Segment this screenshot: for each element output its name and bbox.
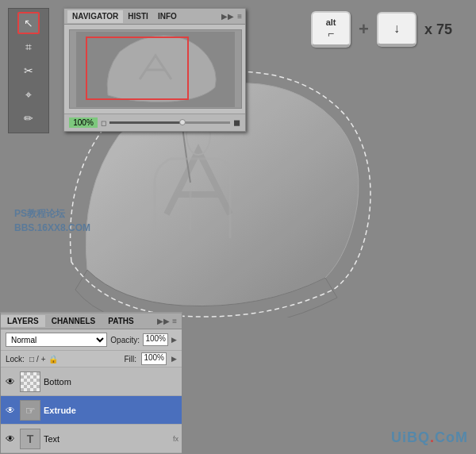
nav-red-box xyxy=(86,37,189,100)
layer-name-text: Text xyxy=(44,434,170,444)
tab-paths[interactable]: PATHS xyxy=(102,315,140,327)
multiplier-text: x 75 xyxy=(424,21,452,38)
tab-histi[interactable]: HISTI xyxy=(123,10,153,22)
move-tool[interactable]: ↖ xyxy=(17,12,40,34)
layers-blend-row: Normal Opacity: 100% ▶ xyxy=(1,329,182,351)
fill-value[interactable]: 100% xyxy=(141,352,167,365)
lasso-tool[interactable]: ⌗ xyxy=(17,36,40,58)
arrow-down-key: ↓ xyxy=(377,12,416,47)
uibq-text: UiBQ.CoM xyxy=(391,429,468,445)
table-row[interactable]: 👁 ☞ Extrude xyxy=(1,396,182,425)
lock-transparent-icon[interactable]: □ xyxy=(29,355,34,364)
heal-tool[interactable]: ⌖ xyxy=(17,83,40,106)
layers-list: 👁 Bottom 👁 ☞ Extrude 👁 xyxy=(1,367,182,453)
zoom-slider[interactable] xyxy=(109,121,230,124)
eye-icon: 👁 xyxy=(6,433,15,444)
alt-key: alt ⌐ xyxy=(311,11,351,48)
layer-visibility-bottom[interactable]: 👁 xyxy=(4,375,17,388)
crop-tool[interactable]: ✂ xyxy=(17,60,40,82)
text-type-icon: T xyxy=(21,429,40,448)
watermark: PS教程论坛 BBS.16XX8.COM xyxy=(14,206,90,235)
lock-icons: □ / + 🔒 xyxy=(29,355,58,364)
lock-pixels-icon[interactable]: / xyxy=(36,355,39,364)
opacity-label: Opacity: xyxy=(110,336,140,344)
paint-tool[interactable]: ✏ xyxy=(17,107,40,129)
layer-thumb-bottom xyxy=(20,371,40,392)
uibq-watermark: UiBQ.CoM xyxy=(391,429,468,446)
navigator-footer: 100% ◻ ◼ xyxy=(64,114,245,131)
layer-name-bottom: Bottom xyxy=(44,377,178,387)
alt-symbol: ⌐ xyxy=(328,27,334,40)
toolbar: ↖ ⌗ ✂ ⌖ ✏ xyxy=(8,8,49,133)
opacity-arrow-icon[interactable]: ▶ xyxy=(171,336,177,344)
layer-thumb-extrude: ☞ xyxy=(20,400,40,421)
checker-pattern xyxy=(21,372,40,391)
lock-position-icon[interactable]: + xyxy=(41,355,46,364)
tab-layers[interactable]: LAYERS xyxy=(1,315,45,327)
fill-label: Fill: xyxy=(124,355,136,364)
layers-lock-row: Lock: □ / + 🔒 Fill: 100% ▶ xyxy=(1,351,182,367)
nav-preview xyxy=(69,29,242,109)
table-row[interactable]: 👁 T Text fx xyxy=(1,425,182,453)
canvas-area: PS教程论坛 BBS.16XX8.COM ↖ ⌗ ✂ ⌖ ✏ NAVIGATOR… xyxy=(0,0,476,454)
nav-more-icon[interactable]: ▶▶ xyxy=(221,12,234,21)
lock-label: Lock: xyxy=(6,355,25,364)
tab-channels[interactable]: CHANNELS xyxy=(45,315,102,327)
plus-sign: + xyxy=(359,19,369,40)
tab-navigator[interactable]: NAVIGATOR xyxy=(67,10,123,23)
layers-panel: LAYERS CHANNELS PATHS ▶▶ ≡ Normal Opacit… xyxy=(0,312,182,454)
layer-visibility-text[interactable]: 👁 xyxy=(4,433,17,445)
navigator-tabs: NAVIGATOR HISTI INFO ▶▶ ≡ xyxy=(64,9,245,25)
eye-icon: 👁 xyxy=(6,376,15,387)
watermark-line1: PS教程论坛 xyxy=(14,206,90,221)
blend-mode-select[interactable]: Normal xyxy=(6,333,107,347)
layer-visibility-extrude[interactable]: 👁 xyxy=(4,404,17,417)
fill-arrow-icon[interactable]: ▶ xyxy=(171,355,177,363)
layer-name-extrude: Extrude xyxy=(44,406,178,415)
navigator-panel: NAVIGATOR HISTI INFO ▶▶ ≡ xyxy=(63,8,246,132)
keyboard-shortcut: alt ⌐ + ↓ x 75 xyxy=(311,11,452,48)
watermark-line2: BBS.16XX8.COM xyxy=(14,221,90,235)
eye-icon: 👁 xyxy=(6,405,15,416)
zoom-in-icon[interactable]: ◼ xyxy=(233,117,240,128)
tab-info[interactable]: INFO xyxy=(153,10,182,22)
navigator-content xyxy=(64,25,245,114)
layer-thumb-text: T xyxy=(20,429,40,449)
alt-text: alt xyxy=(326,17,336,27)
table-row[interactable]: 👁 Bottom xyxy=(1,367,182,396)
zoom-label: 100% xyxy=(69,117,98,128)
opacity-value[interactable]: 100% xyxy=(143,333,168,346)
nav-menu-icon[interactable]: ≡ xyxy=(237,12,242,21)
layers-tabs: LAYERS CHANNELS PATHS ▶▶ ≡ xyxy=(1,314,182,329)
layers-menu-icon[interactable]: ▶▶ ≡ xyxy=(152,315,182,327)
arrow-down-symbol: ↓ xyxy=(393,21,400,36)
hand-cursor-icon: ☞ xyxy=(21,401,40,420)
layer-fx-label: fx xyxy=(173,435,178,443)
zoom-out-icon[interactable]: ◻ xyxy=(101,119,106,127)
lock-all-icon[interactable]: 🔒 xyxy=(48,355,58,364)
